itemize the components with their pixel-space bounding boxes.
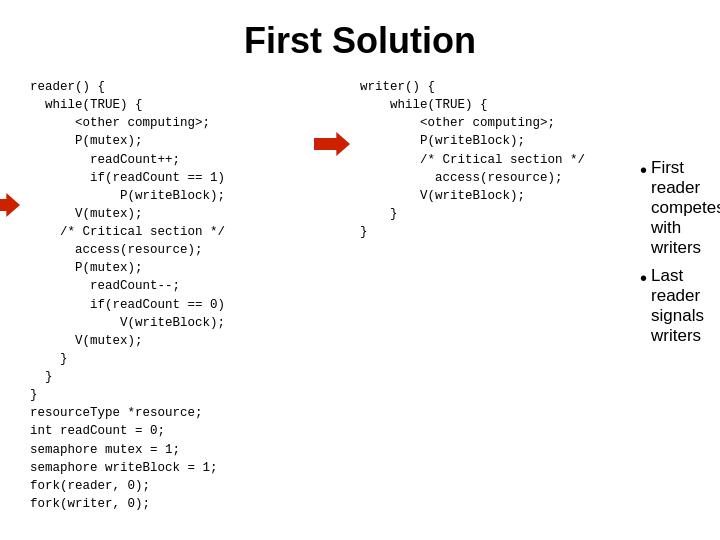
- bullet-dot-1: •: [640, 158, 647, 182]
- content-area: reader() { while(TRUE) { <other computin…: [30, 78, 690, 513]
- bullet-2-text: Last reader signals writers: [651, 266, 720, 346]
- right-code-block: writer() { while(TRUE) { <other computin…: [360, 78, 620, 241]
- left-code-text: reader() { while(TRUE) { <other computin…: [30, 78, 340, 513]
- left-arrow-icon: [0, 193, 20, 217]
- bullet-dot-2: •: [640, 266, 647, 290]
- bullet-1: • First reader competes with writers: [640, 158, 720, 258]
- bullet-2: • Last reader signals writers: [640, 266, 720, 346]
- slide: First Solution reader() { while(TRUE) { …: [0, 0, 720, 540]
- bullet-1-text: First reader competes with writers: [651, 158, 720, 258]
- right-code-text: writer() { while(TRUE) { <other computin…: [360, 78, 620, 241]
- bullet-section: • First reader competes with writers • L…: [640, 78, 720, 354]
- slide-title: First Solution: [30, 20, 690, 62]
- left-code-block: reader() { while(TRUE) { <other computin…: [30, 78, 340, 513]
